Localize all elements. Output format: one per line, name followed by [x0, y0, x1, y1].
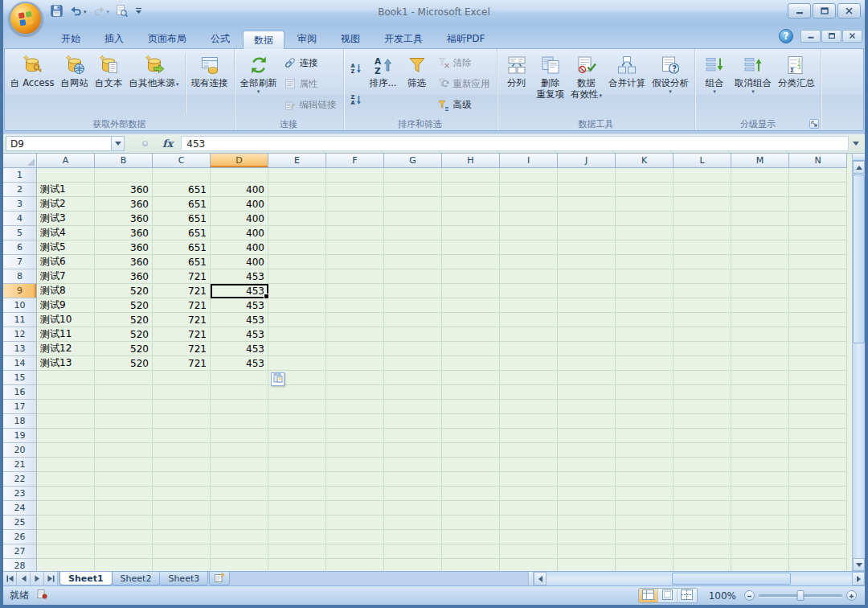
cell-C10[interactable]: 721 — [153, 298, 211, 313]
cell-G16[interactable] — [384, 385, 442, 400]
cell-A16[interactable] — [37, 385, 95, 400]
cell-E3[interactable] — [268, 197, 326, 212]
horizontal-scroll-track[interactable] — [547, 572, 852, 585]
cell-N3[interactable] — [789, 197, 847, 212]
ribbon-tab-view[interactable]: 视图 — [330, 30, 371, 48]
cell-I21[interactable] — [500, 458, 558, 472]
cell-I23[interactable] — [500, 487, 558, 501]
cell-N22[interactable] — [789, 472, 847, 487]
row-header-21[interactable]: 21 — [3, 458, 37, 472]
row-header-23[interactable]: 23 — [3, 487, 37, 501]
cell-G3[interactable] — [384, 197, 442, 212]
cell-K1[interactable] — [616, 168, 674, 183]
cell-F18[interactable] — [326, 414, 384, 429]
cell-G22[interactable] — [384, 472, 442, 487]
cell-G11[interactable] — [384, 313, 442, 327]
insert-worksheet-button[interactable] — [209, 572, 230, 585]
cell-C13[interactable]: 721 — [153, 342, 211, 356]
cell-H25[interactable] — [442, 516, 500, 530]
cell-N21[interactable] — [789, 458, 847, 472]
cell-B19[interactable] — [95, 429, 153, 443]
ribbon-button-advanced-filter[interactable]: 高级 — [436, 97, 493, 113]
column-header-N[interactable]: N — [789, 154, 847, 168]
cell-H17[interactable] — [442, 400, 500, 414]
scroll-down-button[interactable] — [853, 558, 865, 571]
column-header-F[interactable]: F — [326, 154, 384, 168]
cell-E19[interactable] — [268, 429, 326, 443]
cell-L13[interactable] — [674, 342, 731, 356]
row-header-4[interactable]: 4 — [3, 212, 37, 226]
cell-G17[interactable] — [384, 400, 442, 414]
cell-K22[interactable] — [616, 472, 674, 487]
cell-E24[interactable] — [268, 501, 326, 516]
row-header-15[interactable]: 15 — [3, 371, 37, 385]
cell-D27[interactable] — [211, 544, 268, 559]
cell-F23[interactable] — [326, 487, 384, 501]
column-header-H[interactable]: H — [442, 154, 500, 168]
scroll-left-button[interactable] — [534, 572, 547, 585]
cell-H1[interactable] — [442, 168, 500, 183]
cell-A2[interactable]: 测试1 — [37, 183, 95, 197]
cell-L19[interactable] — [674, 429, 731, 443]
cell-B21[interactable] — [95, 458, 153, 472]
cell-E10[interactable] — [268, 298, 326, 313]
cell-A22[interactable] — [37, 472, 95, 487]
row-header-22[interactable]: 22 — [3, 472, 37, 487]
ribbon-button-group[interactable]: 组合▾ — [698, 51, 731, 117]
cell-N10[interactable] — [789, 298, 847, 313]
cell-A13[interactable]: 测试12 — [37, 342, 95, 356]
cell-I28[interactable] — [500, 559, 558, 571]
cell-A1[interactable] — [37, 168, 95, 183]
cell-A18[interactable] — [37, 414, 95, 429]
cell-G8[interactable] — [384, 269, 442, 284]
cell-D10[interactable]: 453 — [211, 298, 268, 313]
cell-H26[interactable] — [442, 530, 500, 544]
cell-H8[interactable] — [442, 269, 500, 284]
ribbon-button-what-if-analysis[interactable]: ?假设分析▾ — [649, 51, 692, 117]
cell-I22[interactable] — [500, 472, 558, 487]
cell-M8[interactable] — [731, 269, 789, 284]
cell-J14[interactable] — [558, 356, 616, 371]
column-header-B[interactable]: B — [95, 154, 153, 168]
cell-B14[interactable]: 520 — [95, 356, 153, 371]
cell-H20[interactable] — [442, 443, 500, 458]
cell-M18[interactable] — [731, 414, 789, 429]
cell-K19[interactable] — [616, 429, 674, 443]
cell-L25[interactable] — [674, 516, 731, 530]
record-macro-button[interactable] — [35, 589, 50, 602]
cell-I18[interactable] — [500, 414, 558, 429]
row-header-14[interactable]: 14 — [3, 356, 37, 371]
column-header-J[interactable]: J — [558, 154, 616, 168]
help-button[interactable] — [779, 29, 793, 43]
office-button[interactable] — [9, 2, 43, 35]
cell-H19[interactable] — [442, 429, 500, 443]
cell-J9[interactable] — [558, 284, 616, 298]
cell-A24[interactable] — [37, 501, 95, 516]
row-header-8[interactable]: 8 — [3, 269, 37, 284]
cell-E11[interactable] — [268, 313, 326, 327]
cell-A3[interactable]: 测试2 — [37, 197, 95, 212]
cell-D14[interactable]: 453 — [211, 356, 268, 371]
cell-K14[interactable] — [616, 356, 674, 371]
zoom-out-button[interactable] — [744, 590, 755, 601]
cell-C2[interactable]: 651 — [153, 183, 211, 197]
cell-L16[interactable] — [674, 385, 731, 400]
cell-J12[interactable] — [558, 327, 616, 342]
cell-C17[interactable] — [153, 400, 211, 414]
cell-K12[interactable] — [616, 327, 674, 342]
cell-K11[interactable] — [616, 313, 674, 327]
cell-D24[interactable] — [211, 501, 268, 516]
cell-E13[interactable] — [268, 342, 326, 356]
cell-G4[interactable] — [384, 212, 442, 226]
cell-F26[interactable] — [326, 530, 384, 544]
cell-M5[interactable] — [731, 226, 789, 240]
tab-split-handle[interactable] — [528, 572, 534, 585]
cell-C25[interactable] — [153, 516, 211, 530]
cell-J21[interactable] — [558, 458, 616, 472]
sheet-tab-sheet2[interactable]: Sheet2 — [112, 572, 161, 585]
sheet-tab-sheet1[interactable]: Sheet1 — [59, 572, 113, 585]
cell-D6[interactable]: 400 — [211, 240, 268, 255]
cell-F22[interactable] — [326, 472, 384, 487]
cell-L23[interactable] — [674, 487, 731, 501]
cell-M21[interactable] — [731, 458, 789, 472]
